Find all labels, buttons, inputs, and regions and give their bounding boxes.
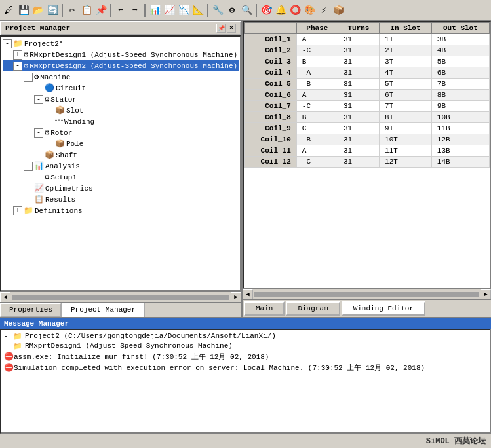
toolbar-sep-3	[144, 4, 146, 17]
tree-item-definitions[interactable]: + 📁 Definitions	[3, 205, 239, 216]
toolbar-icon-8[interactable]: ⬅	[114, 4, 127, 17]
toolbar-sep-1	[62, 4, 63, 17]
toolbar-icon-21[interactable]: ⚡	[317, 4, 330, 17]
pin-button[interactable]: 📌	[216, 24, 226, 33]
table-row: Coil_2 -C 31 2T 4B	[245, 45, 490, 56]
table-row: Coil_7 -C 31 7T 9B	[245, 101, 490, 112]
toolbar-icon-14[interactable]: 🔧	[211, 4, 224, 17]
toolbar: 🖊 💾 📂 🔄 ✂ 📋 📌 ⬅ ➡ 📊 📈 📉 📐 🔧 ⚙ 🔍 🎯 🔔 ⭕ 🎨 …	[0, 0, 491, 21]
expand-rmxprt2[interactable]: -	[13, 62, 22, 71]
tree-item-rmxprt2[interactable]: - ⚙ RMxprtDesign2 (Adjust-Speed Synchron…	[3, 60, 239, 71]
toolbar-icon-1[interactable]: 🖊	[3, 4, 16, 17]
toolbar-icon-5[interactable]: ✂	[66, 4, 79, 17]
tree-item-winding[interactable]: 〰 Winding	[3, 116, 239, 127]
tree-label-analysis: Analysis	[45, 162, 80, 170]
msg-expand-project2[interactable]: -	[4, 332, 12, 340]
toolbar-icon-9[interactable]: ➡	[128, 4, 142, 17]
cell-coil-2: Coil_3	[245, 56, 297, 67]
toolbar-icon-7[interactable]: 📌	[94, 4, 108, 17]
right-scroll-right[interactable]: ▶	[481, 289, 491, 300]
tree-item-slot[interactable]: 📦 Slot	[3, 105, 239, 116]
cell-outslot-1: 4B	[431, 45, 489, 56]
cell-coil-1: Coil_2	[245, 45, 297, 56]
right-scroll-left[interactable]: ◀	[243, 289, 253, 300]
table-row: Coil_9 C 31 9T 11B	[245, 123, 490, 134]
col-header-inslot: In Slot	[380, 23, 432, 34]
cell-outslot-6: 9B	[431, 101, 489, 112]
tree-label-rmxprt2: RMxprtDesign2 (Adjust-Speed Synchronous …	[29, 62, 237, 70]
toolbar-icon-6[interactable]: 📋	[80, 4, 93, 17]
tab-properties[interactable]: Properties	[0, 303, 62, 317]
msg-child-error2: ⛔ Simulation completed with execution er…	[3, 362, 488, 373]
expand-definitions[interactable]: +	[13, 206, 22, 215]
cell-coil-3: Coil_4	[245, 67, 297, 79]
tree-item-circuit[interactable]: 🔵 Circuit	[3, 83, 239, 94]
toolbar-icon-11[interactable]: 📈	[163, 4, 176, 17]
toolbar-icon-2[interactable]: 💾	[17, 4, 30, 17]
msg-expand-rmxprt1[interactable]: -	[4, 342, 12, 350]
cell-phase-8: C	[296, 123, 338, 134]
cell-inslot-8: 9T	[380, 123, 432, 134]
cell-phase-6: -C	[296, 101, 338, 112]
cell-coil-9: Coil_10	[245, 134, 297, 145]
tree-label-pole: Pole	[66, 140, 83, 148]
cell-coil-5: Coil_6	[245, 90, 297, 101]
expand-project2[interactable]: -	[3, 39, 12, 48]
toolbar-icon-17[interactable]: 🎯	[260, 4, 273, 17]
expand-machine[interactable]: -	[24, 73, 33, 82]
tree-item-shaft[interactable]: 📦 Shaft	[3, 149, 239, 160]
msg-error-icon-2: ⛔	[4, 363, 14, 373]
tab-winding-editor[interactable]: Winding Editor	[342, 301, 425, 316]
toolbar-icon-10[interactable]: 📊	[148, 4, 161, 17]
right-scroll-track[interactable]	[254, 292, 479, 297]
tree-item-analysis[interactable]: - 📊 Analysis	[3, 160, 239, 172]
cell-coil-4: Coil_5	[245, 79, 297, 90]
cell-inslot-11: 12T	[380, 157, 432, 168]
tree-item-pole[interactable]: 📦 Pole	[3, 138, 239, 149]
tree-item-setup1[interactable]: ⚙ Setup1	[3, 172, 239, 183]
cell-turns-7: 31	[338, 112, 379, 123]
tree-item-rmxprt1[interactable]: + ⚙ RMxprtDesign1 (Adjust-Speed Synchron…	[3, 49, 239, 60]
tree-item-optimetrics[interactable]: 📈 Optimetrics	[3, 183, 239, 194]
left-panel: Project Manager 📌 × - 📁 Project2* + ⚙ RM…	[0, 21, 243, 317]
toolbar-icon-20[interactable]: 🎨	[303, 4, 316, 17]
toolbar-icon-16[interactable]: 🔍	[240, 4, 253, 17]
tree-item-project2[interactable]: - 📁 Project2*	[3, 38, 239, 49]
toolbar-icon-19[interactable]: ⭕	[288, 4, 302, 17]
tab-diagram[interactable]: Diagram	[286, 301, 340, 316]
tab-main[interactable]: Main	[244, 301, 285, 316]
winding-icon: 〰	[55, 117, 63, 126]
col-header-outslot: Out Slot	[431, 23, 489, 34]
tab-project-manager[interactable]: Project Manager	[62, 303, 145, 317]
col-header-turns: Turns	[338, 23, 379, 34]
message-area: - 📁 Project2 (C:/Users/gongtongdejia/Doc…	[0, 329, 491, 434]
toolbar-icon-3[interactable]: 📂	[31, 4, 45, 17]
toolbar-icon-12[interactable]: 📉	[177, 4, 190, 17]
winding-table: Phase Turns In Slot Out Slot Coil_1 A 31…	[244, 22, 490, 168]
expand-stator[interactable]: -	[34, 95, 43, 104]
expand-rmxprt1[interactable]: +	[13, 50, 22, 60]
tree-item-machine[interactable]: - ⚙ Machine	[3, 71, 239, 83]
expand-rotor[interactable]: -	[34, 128, 43, 138]
toolbar-icon-18[interactable]: 🔔	[274, 4, 287, 17]
left-scroll-right[interactable]: ▶	[231, 292, 241, 303]
tree-label-optimetrics: Optimetrics	[45, 185, 93, 193]
tree-item-stator[interactable]: - ⚙ Stator	[3, 94, 239, 105]
tree-item-results[interactable]: 📋 Results	[3, 194, 239, 205]
left-scroll-left[interactable]: ◀	[0, 292, 10, 303]
toolbar-icon-22[interactable]: 📦	[332, 4, 345, 17]
cell-outslot-11: 14B	[431, 157, 489, 168]
table-row: Coil_10 -B 31 10T 12B	[245, 134, 490, 145]
left-scroll-track[interactable]	[12, 295, 229, 300]
toolbar-icon-15[interactable]: ⚙	[226, 4, 239, 17]
close-button[interactable]: ×	[227, 24, 236, 33]
tree-item-rotor[interactable]: - ⚙ Rotor	[3, 127, 239, 138]
winding-tbody: Coil_1 A 31 1T 3B Coil_2 -C 31 2T 4B Coi…	[245, 34, 490, 168]
table-row: Coil_8 B 31 8T 10B	[245, 112, 490, 123]
toolbar-icon-13[interactable]: 📐	[191, 4, 205, 17]
toolbar-icon-4[interactable]: 🔄	[46, 4, 59, 17]
main-layout: Project Manager 📌 × - 📁 Project2* + ⚙ RM…	[0, 21, 491, 317]
expand-analysis[interactable]: -	[24, 162, 33, 171]
tree-label-shaft: Shaft	[56, 151, 77, 159]
cell-turns-6: 31	[338, 101, 379, 112]
